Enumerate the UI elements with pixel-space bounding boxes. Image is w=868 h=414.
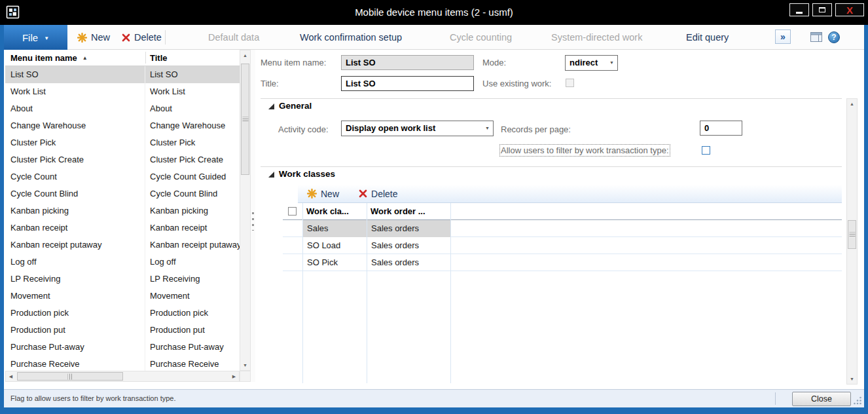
scroll-right-button[interactable]: ▶ xyxy=(229,371,239,381)
work-classes-section-header[interactable]: Work classes xyxy=(268,169,335,179)
column-header-menu-item-name[interactable]: Menu item name▲ xyxy=(10,50,88,66)
filter-by-work-transaction-type-checkbox[interactable] xyxy=(702,146,710,155)
new-icon xyxy=(307,189,317,198)
chevron-down-icon: ▼ xyxy=(485,121,490,136)
edit-query-button[interactable]: Edit query xyxy=(686,25,729,50)
scroll-down-button[interactable]: ▼ xyxy=(240,360,250,370)
menu-item-row[interactable]: Kanban receipt putawayKanban receipt put… xyxy=(5,236,240,254)
menu-items-grid-header: Menu item name▲ Title xyxy=(5,50,240,66)
title-label: Title: xyxy=(261,79,279,88)
menu-item-title-cell: About xyxy=(145,100,240,117)
window-layout-icon[interactable] xyxy=(810,32,822,45)
menu-item-row[interactable]: Purchase Put-awayPurchase Put-away xyxy=(5,339,240,356)
menu-item-row[interactable]: Cluster PickCluster Pick xyxy=(5,134,240,151)
toolbar-overflow-button[interactable]: » xyxy=(775,29,791,44)
row-select-cell xyxy=(283,237,302,254)
scrollbar-thumb[interactable] xyxy=(241,64,249,175)
window-title: Mobile device menu items (2 - usmf) xyxy=(0,0,868,25)
mode-dropdown[interactable]: ndirect ▼ xyxy=(565,55,618,71)
menu-item-name-cell: Kanban receipt putaway xyxy=(5,236,145,254)
new-icon xyxy=(77,33,87,43)
scrollbar-thumb[interactable] xyxy=(17,372,123,381)
chevron-down-icon: ▼ xyxy=(44,35,49,41)
maximize-button[interactable] xyxy=(812,3,832,16)
menu-item-row[interactable]: Cluster Pick CreateCluster Pick Create xyxy=(5,151,240,168)
scroll-up-button[interactable]: ▲ xyxy=(847,99,857,109)
menu-item-name-cell: Cluster Pick xyxy=(5,134,145,151)
menu-item-row[interactable]: Kanban receiptKanban receipt xyxy=(5,219,240,236)
status-bar: Flag to allow users to filter by work tr… xyxy=(4,389,864,407)
left-grid-vertical-scrollbar[interactable]: ▲ ▼ xyxy=(240,50,251,371)
panel-splitter[interactable] xyxy=(251,50,255,382)
work-order-cell: Sales orders xyxy=(367,237,450,254)
collapse-icon xyxy=(268,104,274,109)
menu-item-row[interactable]: Change WarehouseChange Warehouse xyxy=(5,117,240,134)
detail-vertical-scrollbar[interactable]: ▲ ▼ xyxy=(846,98,858,385)
menu-item-row[interactable]: Purchase ReceivePurchase Receive xyxy=(5,356,240,371)
records-per-page-field[interactable]: 0 xyxy=(700,121,742,136)
splitter-grip-icon xyxy=(252,212,254,231)
menu-item-name-label: Menu item name: xyxy=(261,58,326,67)
menu-item-row[interactable]: Production putProduction put xyxy=(5,322,240,339)
resize-grip-icon[interactable] xyxy=(853,396,862,405)
menu-item-name-field: List SO xyxy=(341,55,474,70)
use-existing-work-checkbox xyxy=(566,79,574,87)
work-confirmation-setup-button[interactable]: Work confirmation setup xyxy=(300,25,402,50)
scrollbar-thumb[interactable] xyxy=(848,220,856,249)
menu-item-title-cell: Purchase Put-away xyxy=(145,339,240,356)
menu-item-name-cell: Production pick xyxy=(5,305,145,322)
thumb-grip-icon xyxy=(68,373,73,379)
scroll-down-button[interactable]: ▼ xyxy=(847,374,857,384)
window-content: File ▼ New Delete xyxy=(4,25,864,407)
delete-button[interactable]: Delete xyxy=(122,25,162,50)
column-header-work-order[interactable]: Work order ... xyxy=(371,203,425,220)
row-select-cell xyxy=(283,220,302,237)
delete-icon xyxy=(122,33,130,42)
left-grid-horizontal-scrollbar[interactable]: ◀ ▶ xyxy=(5,371,240,382)
menu-item-name-cell: Purchase Receive xyxy=(5,356,145,371)
menu-item-title-cell: Kanban receipt xyxy=(145,219,240,236)
menu-item-title-cell: Cluster Pick xyxy=(145,134,240,151)
menu-items-grid-body: List SOList SOWork ListWork ListAboutAbo… xyxy=(5,66,240,371)
close-icon: X xyxy=(846,5,853,15)
scroll-left-button[interactable]: ◀ xyxy=(6,371,16,381)
general-section-header[interactable]: General xyxy=(268,101,312,111)
menu-item-name-cell: Cluster Pick Create xyxy=(5,151,145,168)
menu-item-row[interactable]: Cycle CountCycle Count Guided xyxy=(5,168,240,185)
menu-item-row[interactable]: LP ReceivingLP Receiving xyxy=(5,271,240,288)
menu-item-row[interactable]: Work ListWork List xyxy=(5,83,240,100)
title-field[interactable]: List SO xyxy=(341,76,474,91)
select-all-checkbox[interactable] xyxy=(288,207,297,216)
menu-item-row[interactable]: AboutAbout xyxy=(5,100,240,117)
default-data-button: Default data xyxy=(208,25,259,50)
menu-item-row[interactable]: MovementMovement xyxy=(5,288,240,305)
cycle-counting-button: Cycle counting xyxy=(450,25,512,50)
thumb-grip-icon xyxy=(242,117,248,122)
file-menu-button[interactable]: File ▼ xyxy=(4,25,67,50)
close-button[interactable]: X xyxy=(835,3,864,16)
work-classes-grid: Work cla... Work order ... SalesSales or… xyxy=(283,203,842,383)
menu-item-row[interactable]: Log offLog off xyxy=(5,254,240,271)
menu-item-row[interactable]: Cycle Count BlindCycle Count Blind xyxy=(5,185,240,202)
scroll-up-button[interactable]: ▲ xyxy=(240,50,250,60)
column-header-work-class[interactable]: Work cla... xyxy=(306,203,349,220)
activity-code-dropdown[interactable]: Display open work list ▼ xyxy=(341,121,494,136)
menu-item-row[interactable]: Kanban pickingKanban picking xyxy=(5,202,240,219)
help-icon[interactable]: ? xyxy=(828,31,840,43)
window-controls: X xyxy=(789,3,864,16)
menu-item-title-cell: LP Receiving xyxy=(145,271,240,288)
new-button[interactable]: New xyxy=(77,25,110,50)
menu-item-row[interactable]: List SOList SO xyxy=(5,66,240,83)
menu-item-title-cell: Kanban picking xyxy=(145,202,240,219)
work-classes-new-button[interactable]: New xyxy=(307,189,339,199)
menu-item-row[interactable]: Production pickProduction pick xyxy=(5,305,240,322)
work-classes-delete-button[interactable]: Delete xyxy=(359,189,397,199)
close-form-button[interactable]: Close xyxy=(792,392,851,406)
maximize-icon xyxy=(819,7,825,12)
minimize-button[interactable] xyxy=(789,3,809,16)
toolbar-separator xyxy=(165,30,166,45)
sort-ascending-icon: ▲ xyxy=(82,55,88,61)
column-header-title[interactable]: Title xyxy=(150,50,168,66)
new-label: New xyxy=(91,32,110,43)
system-directed-work-button: System-directed work xyxy=(551,25,642,50)
